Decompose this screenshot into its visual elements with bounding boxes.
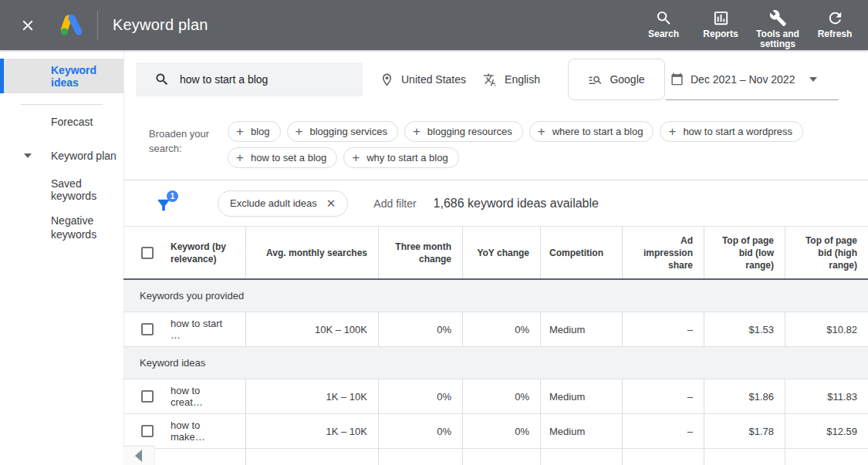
broaden-chip-blogging-services[interactable]: +blogging services (287, 121, 398, 142)
chip-label: how to set a blog (251, 152, 326, 163)
header-ad-impression-share[interactable]: Ad impression share (622, 227, 704, 278)
broaden-chip-blog[interactable]: +blog (228, 121, 281, 142)
tools-and-settings-button[interactable]: Tools and settings (749, 2, 806, 49)
sidebar-item-forecast[interactable]: Forecast (0, 105, 123, 139)
row-checkbox[interactable] (141, 323, 154, 335)
keyword-cell[interactable]: how to make… (123, 414, 245, 448)
ad-impression-share-cell: – (622, 312, 704, 346)
column-label: Ad impression share (633, 234, 693, 271)
language-value: English (505, 73, 540, 86)
active-filter-chip[interactable]: Exclude adult ideas ✕ (218, 190, 348, 217)
header-top-of-page-bid-low[interactable]: Top of page bid (low range) (704, 227, 785, 278)
network-selector[interactable]: Google (568, 59, 665, 100)
keyword-text: how to make… (171, 420, 235, 443)
dropdown-caret-icon (809, 77, 817, 82)
date-range-selector[interactable]: Dec 2021 – Nov 2022 (666, 59, 839, 100)
competition-cell: Medium (540, 379, 622, 413)
reports-button-label: Reports (703, 29, 738, 39)
keyword-text: how to start … (171, 318, 235, 341)
sidebar-item-keyword-plan[interactable]: Keyword plan (0, 139, 123, 173)
top-bid-low-cell: $1.78 (704, 414, 785, 448)
column-label: Keyword (by relevance) (171, 241, 235, 265)
refresh-button[interactable]: Refresh (806, 2, 863, 39)
results-summary: 1,686 keyword ideas available (434, 197, 599, 211)
column-label: Competition (549, 247, 603, 259)
section-keyword-ideas: Keyword ideas (123, 347, 868, 379)
top-bid-high-cell: $10.82 (785, 312, 868, 346)
sidebar-item-saved-keywords[interactable]: Saved keywords (0, 173, 123, 207)
reports-button[interactable]: Reports (692, 2, 749, 39)
sidebar-item-keyword-ideas[interactable]: Keyword ideas (0, 59, 123, 93)
keyword-cell[interactable]: how to creat… (123, 379, 245, 413)
search-button[interactable]: Search (635, 2, 692, 39)
header-yoy-change[interactable]: YoY change (462, 227, 540, 278)
location-selector[interactable]: United States (380, 72, 466, 87)
chevron-down-icon (24, 153, 32, 158)
competition-cell: Medium (540, 414, 622, 448)
header-avg-monthly-searches[interactable]: Avg. monthly searches (245, 227, 378, 278)
chip-label: why to start a blog (366, 152, 448, 163)
topbar-divider (97, 11, 98, 40)
sidebar-item-label: Negative keywords (51, 214, 105, 241)
filter-bar: 1 Exclude adult ideas ✕ Add filter 1,686… (123, 180, 868, 226)
location-value: United States (401, 73, 466, 86)
chip-label: blogging services (309, 126, 387, 137)
search-icon (154, 72, 170, 87)
broaden-chip-blogging-resources[interactable]: +blogging resources (404, 121, 523, 142)
active-filter-label: Exclude adult ideas (230, 197, 317, 209)
chip-label: blog (251, 126, 270, 137)
header-competition[interactable]: Competition (540, 227, 622, 278)
network-value: Google (610, 73, 644, 86)
top-bid-high-cell: $11.83 (785, 379, 868, 413)
table-row-partial (123, 449, 868, 465)
collapse-panel-button[interactable] (123, 446, 155, 465)
plus-icon: + (668, 125, 676, 138)
select-all-checkbox[interactable] (141, 247, 154, 259)
row-checkbox[interactable] (141, 390, 154, 403)
header-top-of-page-bid-high[interactable]: Top of page bid (high range) (785, 227, 868, 278)
keyword-text: how to creat… (171, 385, 235, 408)
keyword-cell[interactable]: how to start … (123, 312, 245, 346)
filter-count-badge: 1 (167, 190, 178, 202)
plus-icon: + (236, 151, 244, 164)
section-title: Keyword ideas (140, 357, 205, 369)
broaden-chip-how-to-set-a-blog[interactable]: +how to set a blog (228, 147, 337, 168)
header-three-month-change[interactable]: Three month change (378, 227, 462, 278)
plus-icon: + (413, 125, 420, 138)
main-content: United States English Google Dec 2021 – … (123, 50, 868, 465)
avg-monthly-searches-cell: 10K – 100K (245, 312, 378, 346)
chevron-left-icon (135, 450, 142, 462)
competition-cell: Medium (540, 312, 622, 346)
table-row: how to make… 1K – 10K 0% 0% Medium – $1.… (123, 414, 868, 449)
search-input[interactable] (180, 73, 342, 86)
three-month-change-cell: 0% (378, 379, 462, 413)
filter-button[interactable]: 1 (155, 194, 174, 214)
close-button[interactable] (18, 15, 38, 35)
reports-icon (712, 9, 730, 27)
broaden-chip-why-to-start-a-blog[interactable]: +why to start a blog (343, 147, 458, 168)
page-title: Keyword plan (113, 16, 208, 34)
broaden-chip-where-to-start-a-blog[interactable]: +where to start a blog (529, 121, 654, 142)
add-filter-button[interactable]: Add filter (373, 197, 416, 210)
sidebar-item-label: Keyword plan (51, 150, 117, 162)
language-selector[interactable]: English (483, 72, 540, 87)
broaden-chip-how-to-start-a-wordpress[interactable]: +how to start a wordpress (660, 121, 803, 142)
top-bid-low-cell: $1.86 (704, 379, 785, 413)
sidebar-item-negative-keywords[interactable]: Negative keywords (0, 207, 123, 248)
remove-filter-icon[interactable]: ✕ (326, 197, 336, 211)
tools-icon (769, 9, 787, 27)
column-label: Top of page bid (high range) (796, 234, 857, 271)
location-pin-icon (380, 72, 394, 87)
topbar: Keyword plan Search Reports Tools and se… (0, 0, 868, 50)
column-label: Top of page bid (low range) (715, 234, 774, 271)
refresh-icon (826, 9, 844, 27)
plus-icon: + (236, 125, 244, 138)
row-checkbox[interactable] (141, 425, 154, 437)
broaden-search-label: Broaden your search: (149, 121, 215, 180)
chip-label: where to start a blog (552, 126, 643, 137)
sidebar-item-label: Forecast (51, 116, 93, 128)
keyword-search-field[interactable] (136, 62, 363, 96)
column-label: Avg. monthly searches (266, 247, 367, 259)
google-ads-logo-icon (58, 12, 87, 39)
plus-icon: + (296, 125, 303, 138)
